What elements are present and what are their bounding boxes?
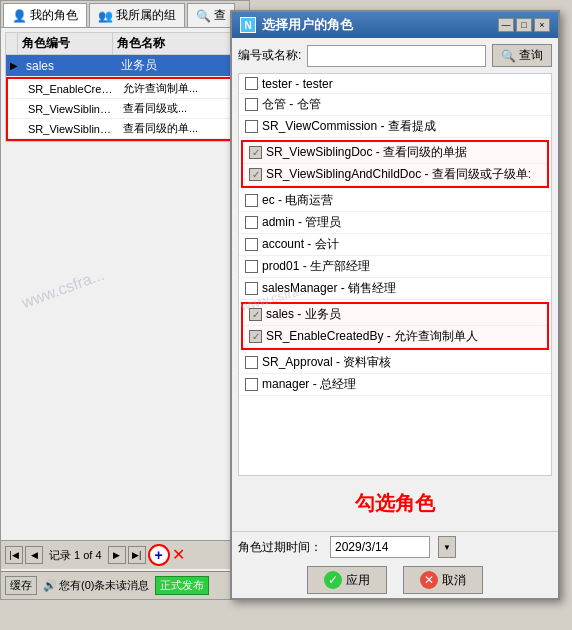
tab-bar: 👤 我的角色 👥 我所属的组 🔍 查 <box>1 1 249 28</box>
apply-icon: ✓ <box>324 571 342 589</box>
tab-search-label: 查 <box>214 7 226 24</box>
role-checkbox[interactable] <box>245 260 258 273</box>
search-tab-icon: 🔍 <box>196 9 211 23</box>
role-checkbox[interactable] <box>245 77 258 90</box>
role-text: SR_ViewSiblingAndChildDoc - 查看同级或子级单: <box>266 166 531 183</box>
checkmark-icon: ✓ <box>252 169 260 180</box>
list-item[interactable]: prod01 - 生产部经理 <box>239 256 551 278</box>
nav-last-btn[interactable]: ▶| <box>128 546 146 564</box>
dialog-bottom: 角色过期时间： ▼ ✓ 应用 ✕ 取消 <box>232 531 558 598</box>
minimize-button[interactable]: — <box>498 18 514 32</box>
arrow-col-header <box>6 33 18 54</box>
role-checkbox[interactable] <box>245 194 258 207</box>
col-header-code: 角色编号 <box>18 33 113 54</box>
row-name: 查看同级的单... <box>119 119 209 138</box>
close-button[interactable]: × <box>534 18 550 32</box>
action-row: ✓ 应用 ✕ 取消 <box>238 566 552 594</box>
table-row[interactable]: SR_ViewSiblingDoc 查看同级的单... <box>8 119 242 139</box>
dialog-titlebar: N 选择用户的角色 — □ × <box>232 12 558 38</box>
status-bar: 缓存 🔊 您有(0)条未读消息 正式发布 <box>1 571 249 599</box>
row-arrow <box>8 107 24 111</box>
nav-bar: |◀ ◀ 记录 1 of 4 ▶ ▶| + ✕ <box>1 540 249 569</box>
nav-record-text: 记录 1 of 4 <box>49 548 102 563</box>
role-checkbox[interactable] <box>245 282 258 295</box>
row-code: sales <box>22 57 117 75</box>
tab-my-roles-label: 我的角色 <box>30 7 78 24</box>
role-text: SR_EnableCreatedBy - 允许查询制单人 <box>266 328 478 345</box>
search-icon: 🔍 <box>501 49 516 63</box>
role-checkbox[interactable]: ✓ <box>249 330 262 343</box>
list-item[interactable]: admin - 管理员 <box>239 212 551 234</box>
apply-button[interactable]: ✓ 应用 <box>307 566 387 594</box>
expiry-input[interactable] <box>330 536 430 558</box>
role-checkbox[interactable]: ✓ <box>249 168 262 181</box>
row-name: 查看同级或... <box>119 99 209 118</box>
table-row[interactable]: SR_EnableCreatedBy 允许查询制单... <box>8 79 242 99</box>
role-text: admin - 管理员 <box>262 214 341 231</box>
nav-prev-btn[interactable]: ◀ <box>25 546 43 564</box>
search-label: 编号或名称: <box>238 47 301 64</box>
dialog-title-text: 选择用户的角色 <box>262 16 353 34</box>
search-button[interactable]: 🔍 查询 <box>492 44 552 67</box>
list-item[interactable]: ec - 电商运营 <box>239 190 551 212</box>
role-checkbox[interactable] <box>245 98 258 111</box>
list-item[interactable]: salesManager - 销售经理 <box>239 278 551 300</box>
table-header: 角色编号 角色名称 <box>6 33 244 55</box>
cancel-label: 取消 <box>442 572 466 589</box>
role-checkbox[interactable] <box>245 356 258 369</box>
list-item[interactable]: 仓管 - 仓管 <box>239 94 551 116</box>
role-list: tester - tester 仓管 - 仓管 SR_ViewCommissio… <box>238 73 552 476</box>
role-text: prod01 - 生产部经理 <box>262 258 370 275</box>
cancel-button[interactable]: ✕ 取消 <box>403 566 483 594</box>
role-text: tester - tester <box>262 77 333 91</box>
role-text: account - 会计 <box>262 236 339 253</box>
delete-record-btn[interactable]: ✕ <box>172 547 185 563</box>
role-checkbox[interactable]: ✓ <box>249 308 262 321</box>
tab-search[interactable]: 🔍 查 <box>187 3 235 27</box>
list-item[interactable]: tester - tester <box>239 74 551 94</box>
group-icon: 👥 <box>98 9 113 23</box>
role-text: SR_ViewCommission - 查看提成 <box>262 118 436 135</box>
checkmark-icon: ✓ <box>252 309 260 320</box>
row-code: SR_ViewSiblingDoc <box>24 121 119 137</box>
role-checkbox[interactable] <box>245 238 258 251</box>
nav-first-btn[interactable]: |◀ <box>5 546 23 564</box>
nav-next-btn[interactable]: ▶ <box>108 546 126 564</box>
role-text: ec - 电商运营 <box>262 192 333 209</box>
list-item[interactable]: ✓ SR_ViewSiblingAndChildDoc - 查看同级或子级单: <box>243 164 547 186</box>
list-item[interactable]: SR_Approval - 资料审核 <box>239 352 551 374</box>
add-record-btn[interactable]: + <box>148 544 170 566</box>
expiry-label: 角色过期时间： <box>238 539 322 556</box>
table-row[interactable]: SR_ViewSiblingAndChil... 查看同级或... <box>8 99 242 119</box>
list-item[interactable]: SR_ViewCommission - 查看提成 <box>239 116 551 138</box>
list-item[interactable]: ✓ SR_EnableCreatedBy - 允许查询制单人 <box>243 326 547 348</box>
apply-label: 应用 <box>346 572 370 589</box>
list-item[interactable]: account - 会计 <box>239 234 551 256</box>
role-text: SR_ViewSiblingDoc - 查看同级的单据 <box>266 144 467 161</box>
table-row[interactable]: ▶ sales 业务员 <box>6 55 244 77</box>
role-checkbox[interactable]: ✓ <box>249 146 262 159</box>
dropdown-button[interactable]: ▼ <box>438 536 456 558</box>
search-btn-label: 查询 <box>519 47 543 64</box>
role-text: 仓管 - 仓管 <box>262 96 321 113</box>
save-button[interactable]: 缓存 <box>5 576 37 595</box>
checkmark-icon: ✓ <box>252 147 260 158</box>
tab-my-groups[interactable]: 👥 我所属的组 <box>89 3 185 27</box>
cancel-icon: ✕ <box>420 571 438 589</box>
speaker-icon: 🔊 <box>43 579 57 592</box>
tab-my-roles[interactable]: 👤 我的角色 <box>3 3 87 27</box>
search-input[interactable] <box>307 45 486 67</box>
list-item[interactable]: ✓ sales - 业务员 <box>243 304 547 326</box>
list-item[interactable]: manager - 总经理 <box>239 374 551 396</box>
row-arrow <box>8 127 24 131</box>
role-checkbox[interactable] <box>245 216 258 229</box>
maximize-button[interactable]: □ <box>516 18 532 32</box>
row-name: 业务员 <box>117 55 207 76</box>
role-checkbox[interactable] <box>245 120 258 133</box>
search-bar: 编号或名称: 🔍 查询 <box>238 44 552 67</box>
list-item[interactable]: ✓ SR_ViewSiblingDoc - 查看同级的单据 <box>243 142 547 164</box>
row-name: 允许查询制单... <box>119 79 209 98</box>
dialog-title: N 选择用户的角色 <box>240 16 353 34</box>
red-border-group: SR_EnableCreatedBy 允许查询制单... SR_ViewSibl… <box>6 77 244 141</box>
role-checkbox[interactable] <box>245 378 258 391</box>
